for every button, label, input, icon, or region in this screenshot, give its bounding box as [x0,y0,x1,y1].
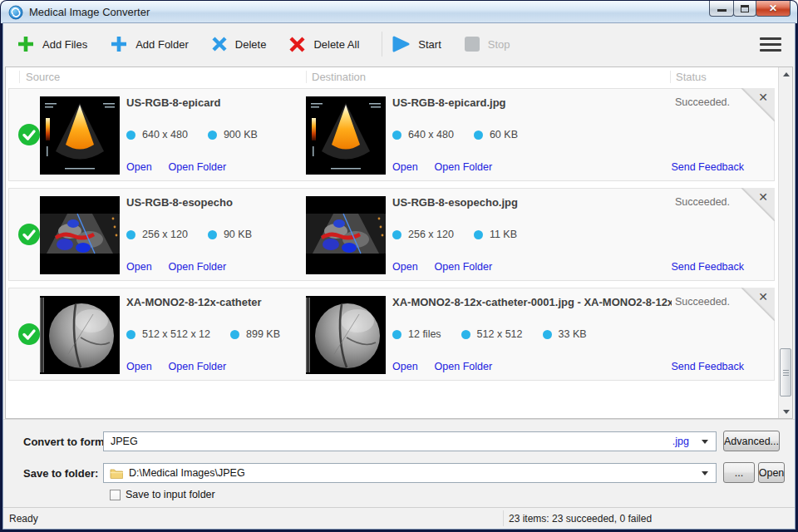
delete-all-button[interactable]: Delete All [288,36,359,53]
delete-all-cross-icon [288,36,306,53]
chevron-down-icon[interactable] [702,471,708,475]
add-files-button[interactable]: Add Files [17,35,87,53]
header-source: Source [26,71,60,83]
header-status: Status [676,71,707,83]
scrollbar-thumb[interactable] [780,348,791,397]
remove-row-button[interactable]: ✕ [758,190,768,204]
destination-dimensions: 640 x 480 [408,129,454,140]
scroll-up-icon[interactable] [779,67,793,81]
bullet-icon [543,330,552,339]
start-button[interactable]: Start [391,35,441,53]
bullet-icon [461,330,470,339]
bullet-icon [208,131,217,140]
destination-open-folder-link[interactable]: Open Folder [435,161,492,173]
minimize-button[interactable] [709,1,734,17]
source-filename: US-RGB-8-epicard [126,96,303,109]
bullet-icon [474,230,483,239]
maximize-icon [741,5,749,12]
destination-open-folder-link[interactable]: Open Folder [435,361,492,372]
delete-button[interactable]: Delete [211,36,267,52]
status-badge: Succeeded. [675,96,730,108]
source-filesize: 899 KB [246,328,280,340]
source-dimensions: 640 x 480 [142,129,188,140]
destination-filename: US-RGB-8-epicard.jpg [392,96,672,109]
success-check-icon [17,323,41,346]
close-button[interactable]: ✕ [756,1,791,17]
status-bar: Ready 23 items: 23 succeeded, 0 failed [3,507,795,529]
minimize-icon [717,9,727,12]
delete-all-label: Delete All [313,38,359,51]
folder-combobox[interactable]: D:\Medical Images\JPEG [103,463,717,483]
source-dimensions: 512 x 512 x 12 [142,328,210,340]
destination-filecount: 12 files [408,328,441,340]
add-files-plus-icon [17,35,35,53]
format-extension: .jpg [672,436,689,447]
source-filesize: 90 KB [224,229,252,240]
delete-cross-icon [211,36,228,52]
destination-thumbnail-doppler [306,196,386,274]
remove-row-button[interactable]: ✕ [758,290,768,303]
format-value: JPEG [111,436,138,447]
format-combobox[interactable]: JPEG .jpg [103,431,717,451]
send-feedback-link[interactable]: Send Feedback [671,261,744,273]
bullet-icon [126,131,135,140]
destination-open-link[interactable]: Open [392,161,418,173]
stop-square-icon [464,36,480,52]
success-check-icon [17,223,41,246]
destination-thumbnail-ultrasound [306,96,386,175]
app-icon [8,5,23,20]
status-badge: Succeeded. [675,296,730,308]
source-open-folder-link[interactable]: Open Folder [169,161,226,173]
table-row: US-RGB-8-esopecho 256 x 120 90 KB Open O… [8,188,775,281]
source-open-folder-link[interactable]: Open Folder [169,361,226,372]
menu-icon[interactable] [760,37,781,52]
source-open-link[interactable]: Open [126,261,152,273]
toolbar-separator [382,32,382,57]
add-folder-button[interactable]: Add Folder [110,35,189,53]
remove-row-button[interactable]: ✕ [758,91,768,104]
save-folder-label: Save to folder: [23,467,98,480]
destination-dimensions: 512 x 512 [477,328,523,340]
window-title: Medical Image Converter [29,6,150,18]
bullet-icon [392,131,401,140]
chevron-down-icon[interactable] [702,440,708,444]
save-to-input-checkbox[interactable] [110,490,121,500]
browse-button[interactable]: ... [723,462,755,483]
bullet-icon [392,330,401,339]
status-ready-text: Ready [9,513,38,525]
source-open-link[interactable]: Open [126,361,152,372]
folder-icon [110,468,123,479]
status-badge: Succeeded. [675,196,730,208]
destination-open-link[interactable]: Open [392,261,418,273]
bullet-icon [392,230,401,239]
scroll-down-icon[interactable] [779,405,793,418]
start-label: Start [418,38,441,51]
bullet-icon [230,330,239,339]
save-to-input-label[interactable]: Save to input folder [126,489,215,500]
destination-filesize: 60 KB [490,129,518,140]
destination-open-folder-link[interactable]: Open Folder [435,261,492,273]
stop-button: Stop [464,36,510,52]
source-open-link[interactable]: Open [126,161,152,173]
maximize-button[interactable] [733,1,756,17]
open-folder-button[interactable]: Open [758,462,785,483]
client-area: Add Files Add Folder Delete Delete All [2,22,796,530]
bullet-icon [126,330,135,339]
send-feedback-link[interactable]: Send Feedback [671,361,744,372]
header-destination: Destination [312,71,366,83]
folder-path-value: D:\Medical Images\JPEG [129,467,245,479]
destination-thumbnail-xray [306,296,386,374]
delete-label: Delete [235,38,267,51]
vertical-scrollbar[interactable] [778,67,792,418]
toolbar: Add Files Add Folder Delete Delete All [3,23,795,65]
destination-filename: XA-MONO2-8-12x-catheter-0001.jpg - XA-MO… [392,296,672,308]
source-open-folder-link[interactable]: Open Folder [169,261,226,273]
advanced-button[interactable]: Advanced... [723,431,780,451]
send-feedback-link[interactable]: Send Feedback [671,161,744,173]
add-files-label: Add Files [42,38,87,51]
destination-filename: US-RGB-8-esopecho.jpg [392,196,672,209]
source-thumbnail-ultrasound [40,96,120,175]
title-bar: Medical Image Converter ✕ [1,1,797,23]
source-filename: US-RGB-8-esopecho [126,196,303,209]
destination-open-link[interactable]: Open [392,361,418,372]
